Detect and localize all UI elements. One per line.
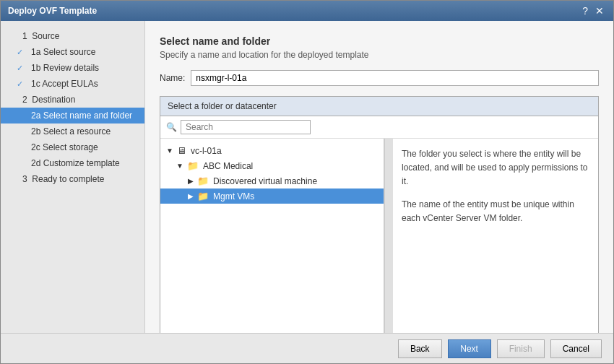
sidebar-item-1a[interactable]: ✓ 1a Select source <box>1 44 144 60</box>
sidebar-section-3: 3 Ready to complete <box>1 171 144 187</box>
sidebar-item-2a[interactable]: 2a Select name and folder <box>1 108 144 124</box>
check-1a: ✓ <box>17 48 28 57</box>
folder-header: Select a folder or datacenter <box>160 97 598 116</box>
sidebar-label-2d: 2d Customize template <box>28 158 120 168</box>
expand-arrow-abc: ▼ <box>176 162 183 170</box>
help-button[interactable]: ? <box>580 5 590 17</box>
sidebar-item-1c[interactable]: ✓ 1c Accept EULAs <box>1 76 144 92</box>
title-bar-left: Deploy OVF Template <box>8 6 97 16</box>
dialog-footer: Back Next Finish Cancel <box>1 333 613 363</box>
folder-content: ▼ 🖥 vc-l-01a ▼ 📁 ABC Medical ▶ <box>160 139 598 333</box>
folder-icon-abc: 📁 <box>187 160 199 171</box>
info-text-1: The folder you select is where the entit… <box>402 147 589 189</box>
title-bar-right: ? ✕ <box>580 5 606 17</box>
sidebar-label-2a: 2a Select name and folder <box>28 110 132 121</box>
sidebar-section-1: 1 Source <box>1 28 144 44</box>
check-1c: ✓ <box>17 79 28 89</box>
sidebar-label-1b: 1b Review details <box>28 63 99 73</box>
tree-item-vc[interactable]: ▼ 🖥 vc-l-01a <box>160 143 384 158</box>
tree-item-mgmt[interactable]: ▶ 📁 Mgmt VMs <box>160 188 384 204</box>
tree-label-mgmt: Mgmt VMs <box>213 191 254 202</box>
tree-scrollbar[interactable] <box>384 139 393 333</box>
folder-selector-box: Select a folder or datacenter 🔍 ▼ 🖥 vc-l… <box>160 96 599 333</box>
check-1b: ✓ <box>17 64 28 73</box>
tree-label-abc: ABC Medical <box>203 161 253 171</box>
title-bar: Deploy OVF Template ? ✕ <box>1 1 613 21</box>
expand-arrow-mgmt: ▶ <box>188 192 194 200</box>
tree-panel: ▼ 🖥 vc-l-01a ▼ 📁 ABC Medical ▶ <box>160 139 384 333</box>
info-text-2: The name of the entity must be unique wi… <box>402 198 589 225</box>
sidebar-section3-label: 3 Ready to complete <box>20 174 104 184</box>
info-panel: The folder you select is where the entit… <box>393 139 598 333</box>
sidebar-section-2: 2 Destination <box>1 92 144 108</box>
sidebar-section1-label: 1 Source <box>20 31 59 41</box>
sidebar-label-1a: 1a Select source <box>28 47 95 57</box>
search-icon: 🔍 <box>166 122 177 132</box>
dialog-body: 1 Source ✓ 1a Select source ✓ 1b Review … <box>1 21 613 333</box>
sidebar-label-2b: 2b Select a resource <box>28 126 111 136</box>
cancel-button[interactable]: Cancel <box>550 339 602 358</box>
finish-button[interactable]: Finish <box>497 339 545 358</box>
name-label: Name: <box>160 73 185 83</box>
close-button[interactable]: ✕ <box>593 5 606 17</box>
sidebar-item-2b[interactable]: 2b Select a resource <box>1 124 144 139</box>
sidebar-item-1b[interactable]: ✓ 1b Review details <box>1 60 144 76</box>
folder-icon-mgmt: 📁 <box>197 191 209 202</box>
deploy-ovf-dialog: Deploy OVF Template ? ✕ 1 Source ✓ 1a Se… <box>0 0 614 364</box>
datacenter-icon-vc: 🖥 <box>177 145 186 156</box>
tree-label-discovered: Discovered virtual machine <box>213 176 317 186</box>
tree-item-discovered[interactable]: ▶ 📁 Discovered virtual machine <box>160 173 384 188</box>
main-content: Select name and folder Specify a name an… <box>145 21 613 333</box>
sidebar-item-2c[interactable]: 2c Select storage <box>1 139 144 155</box>
sidebar: 1 Source ✓ 1a Select source ✓ 1b Review … <box>1 21 145 333</box>
name-input[interactable] <box>191 70 599 86</box>
page-subtitle: Specify a name and location for the depl… <box>160 50 599 60</box>
search-input[interactable] <box>181 120 311 134</box>
sidebar-section2-label: 2 Destination <box>20 95 75 105</box>
back-button[interactable]: Back <box>398 339 442 358</box>
tree-item-abc[interactable]: ▼ 📁 ABC Medical <box>160 158 384 173</box>
sidebar-label-2c: 2c Select storage <box>28 142 98 152</box>
next-button[interactable]: Next <box>448 339 491 358</box>
page-title: Select name and folder <box>160 35 599 47</box>
dialog-title: Deploy OVF Template <box>8 6 97 16</box>
tree-label-vc: vc-l-01a <box>191 146 222 156</box>
sidebar-item-2d[interactable]: 2d Customize template <box>1 155 144 171</box>
expand-arrow-vc: ▼ <box>166 147 173 155</box>
name-row: Name: <box>160 70 599 86</box>
search-bar: 🔍 <box>160 116 598 139</box>
expand-arrow-discovered: ▶ <box>188 177 194 185</box>
folder-icon-discovered: 📁 <box>197 176 209 186</box>
sidebar-label-1c: 1c Accept EULAs <box>28 79 98 89</box>
